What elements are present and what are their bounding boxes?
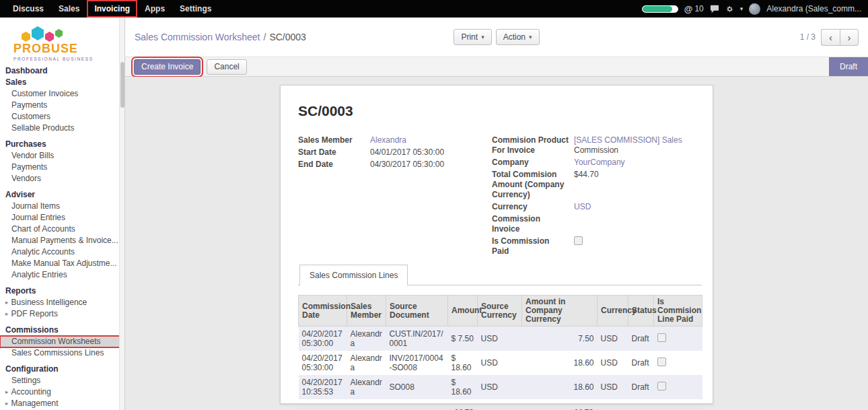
sidebar-item-sales-commissions-lines[interactable]: Sales Commissions Lines	[0, 347, 124, 359]
tab-sales-commission-lines[interactable]: Sales Commission Lines	[299, 265, 408, 285]
sidebar-item-payments-sales[interactable]: Payments	[0, 100, 124, 111]
sidebar-section-commissions[interactable]: Commissions	[0, 324, 124, 336]
breadcrumb-parent-link[interactable]: Sales Commission Worksheet	[135, 32, 260, 42]
form-view: SC/0003 Sales Member Alexandra Start Dat…	[125, 77, 868, 410]
user-menu[interactable]: Alexandra (Sales_comm...	[766, 4, 861, 13]
sidebar-item-manual-payments[interactable]: Manual Payments & Invoice...	[0, 235, 124, 246]
sidebar-item-chart-of-accounts[interactable]: Chart of Accounts	[0, 224, 124, 235]
logo-text: PROBUSE	[13, 42, 124, 56]
messages-icon[interactable]	[710, 5, 719, 13]
cell-line-paid	[654, 375, 702, 399]
cell-currency: USD	[598, 327, 628, 351]
systray-caret-icon[interactable]: ▾	[740, 5, 744, 12]
sidebar-item-pdf-reports[interactable]: ▸ PDF Reports	[0, 308, 124, 320]
pager-next-button[interactable]: ›	[840, 29, 859, 46]
sidebar-item-vendor-bills[interactable]: Vendor Bills	[0, 150, 124, 162]
sidebar-item-business-intelligence[interactable]: ▸ Business Intelligence	[0, 297, 124, 308]
expand-arrow-icon: ▸	[5, 388, 9, 397]
total-empty-cell	[347, 406, 386, 410]
menu-settings[interactable]: Settings	[172, 0, 219, 18]
col-header-amount[interactable]: Amount	[448, 296, 478, 327]
sidebar-item-vendors[interactable]: Vendors	[0, 173, 124, 184]
cell-source-currency: USD	[478, 327, 522, 351]
sidebar-item-sellable-products[interactable]: Sellable Products	[0, 123, 124, 134]
is-commission-paid-checkbox	[574, 236, 583, 245]
scrollbar-thumb[interactable]	[120, 62, 124, 108]
activity-menu[interactable]: @ 10	[684, 4, 704, 14]
col-header-sales-member[interactable]: Sales Member	[347, 296, 386, 327]
table-row[interactable]: 04/20/2017 05:30:00 Alexandra CUST.IN/20…	[299, 327, 702, 351]
print-button[interactable]: Print ▾	[454, 29, 491, 45]
field-label: Commission Invoice	[492, 214, 574, 234]
col-header-currency[interactable]: Currency	[598, 296, 628, 327]
col-header-source-currency[interactable]: Source Currency	[478, 296, 522, 327]
sidebar-item-settings[interactable]: Settings	[0, 375, 124, 386]
col-header-status[interactable]: Status	[628, 296, 654, 327]
menu-sales[interactable]: Sales	[51, 0, 87, 18]
sidebar-item-analytic-accounts[interactable]: Analytic Accounts	[0, 246, 124, 258]
field-label: Commision Product For Invoice	[492, 135, 574, 156]
company-link[interactable]: YourCompany	[574, 158, 625, 168]
sidebar-item-journal-items[interactable]: Journal Items	[0, 201, 124, 212]
end-date-value: 04/30/2017 05:30:00	[370, 160, 444, 170]
expand-arrow-icon: ▸	[5, 310, 9, 318]
sidebar-item-manual-tax-adjustment[interactable]: Make Manual Tax Adjustme...	[0, 258, 124, 269]
sidebar-section-sales[interactable]: Sales	[0, 77, 124, 88]
create-invoice-button[interactable]: Create Invoice	[134, 59, 201, 75]
sidebar-item-journal-entries[interactable]: Journal Entries	[0, 212, 124, 224]
currency-link[interactable]: USD	[574, 202, 591, 212]
sidebar-item-dashboard[interactable]: Dashboard	[0, 65, 124, 77]
col-header-line-paid[interactable]: Is Commision Line Paid	[654, 296, 702, 327]
sidebar-scrollbar[interactable]	[119, 18, 124, 410]
sidebar-section-adviser[interactable]: Adviser	[0, 189, 124, 201]
totals-row: 44.70 44.70	[298, 406, 702, 410]
action-buttons: Print ▾ Action ▾	[454, 29, 539, 45]
menu-invoicing[interactable]: Invoicing	[87, 0, 137, 18]
col-header-amount-company-currency[interactable]: Amount in Company Currency	[522, 296, 598, 327]
avatar[interactable]	[749, 3, 760, 15]
sidebar-item-management[interactable]: ▸ Management	[0, 398, 124, 409]
cell-amount: $ 18.60	[448, 351, 478, 375]
menu-discuss[interactable]: Discuss	[5, 0, 51, 18]
action-button[interactable]: Action ▾	[496, 29, 540, 45]
cell-currency: USD	[598, 375, 628, 399]
field-label: Sales Member	[298, 135, 370, 145]
cancel-button[interactable]: Cancel	[207, 59, 246, 75]
systray: @ 10 ▾ Alexandra (Sales_comm...	[642, 0, 868, 18]
cell-date: 04/20/2017 10:35:53	[299, 375, 347, 399]
col-header-commission-date[interactable]: Commission Date	[299, 296, 347, 327]
field-column-right: Commision Product For Invoice [SALES COM…	[492, 135, 702, 259]
debug-icon[interactable]	[725, 5, 734, 13]
sidebar-section-configuration[interactable]: Configuration	[0, 364, 124, 375]
commission-product-link[interactable]: [SALES COMMISSION] Sales	[574, 135, 682, 145]
cell-date: 04/20/2017 05:30:00	[299, 327, 347, 351]
status-badge: Draft	[829, 57, 868, 76]
sidebar-item-payments-purchases[interactable]: Payments	[0, 162, 124, 173]
sidebar-section-purchases[interactable]: Purchases	[0, 139, 124, 150]
breadcrumb-current: SC/0003	[269, 32, 305, 42]
sidebar-item-label: Business Intelligence	[11, 298, 87, 307]
sidebar-item-customer-invoices[interactable]: Customer Invoices	[0, 88, 124, 100]
sidebar-item-accounting[interactable]: ▸ Accounting	[0, 386, 124, 398]
field-column-left: Sales Member Alexandra Start Date 04/01/…	[298, 135, 492, 259]
table-row[interactable]: 04/20/2017 10:35:53 Alexandra SO008 $ 18…	[299, 375, 702, 399]
table-row[interactable]: 04/20/2017 05:30:00 Alexandra INV/2017/0…	[299, 351, 702, 375]
sidebar-nav: Dashboard Sales Customer Invoices Paymen…	[0, 64, 124, 409]
expand-arrow-icon: ▸	[5, 298, 9, 307]
caret-down-icon: ▾	[529, 34, 532, 40]
sidebar-section-reports[interactable]: Reports	[0, 285, 124, 297]
planner-progress-bar[interactable]	[642, 5, 678, 13]
sidebar-item-analytic-entries[interactable]: Analytic Entries	[0, 269, 124, 281]
sidebar-item-customers[interactable]: Customers	[0, 111, 124, 123]
sales-member-link[interactable]: Alexandra	[370, 135, 406, 145]
col-header-source-document[interactable]: Source Document	[386, 296, 448, 327]
menu-apps[interactable]: Apps	[137, 0, 172, 18]
line-paid-checkbox	[657, 382, 666, 390]
pager-previous-button[interactable]: ‹	[821, 29, 840, 46]
hexagon-icon	[22, 32, 30, 42]
cell-amount-company: 7.50	[522, 327, 598, 351]
total-empty-cell	[298, 406, 347, 410]
sidebar-item-commission-worksheets[interactable]: Commission Worksheets	[0, 336, 124, 347]
line-paid-checkbox	[657, 357, 666, 366]
probuse-logo[interactable]: PROBUSE PROFESSIONAL BUSINESS	[0, 18, 124, 64]
